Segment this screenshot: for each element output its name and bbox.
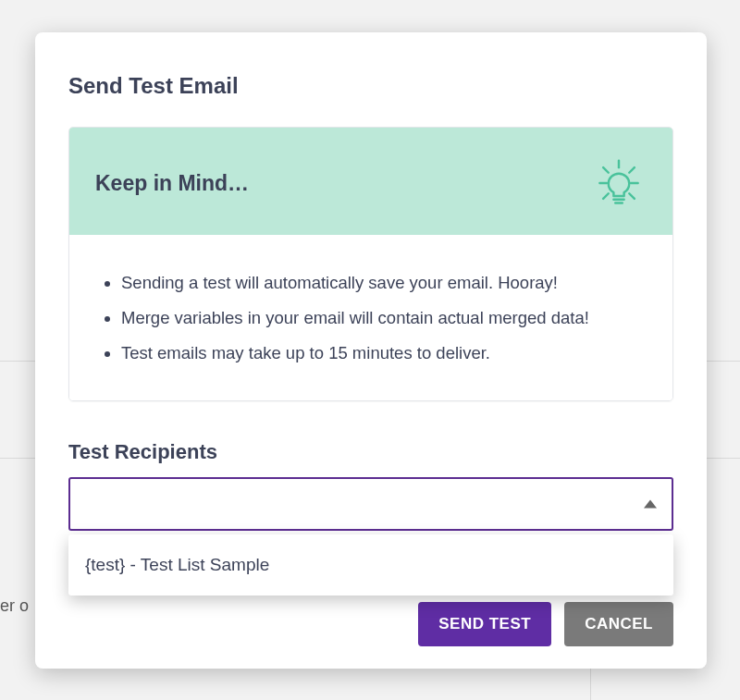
modal-title: Send Test Email: [68, 73, 673, 99]
send-test-button[interactable]: SEND TEST: [418, 602, 551, 646]
send-test-email-modal: Send Test Email Keep in Mind…: [35, 32, 707, 669]
svg-line-5: [603, 167, 609, 173]
lightbulb-icon: [591, 155, 647, 211]
decorative-divider: [590, 663, 591, 700]
svg-line-7: [603, 193, 609, 199]
tip-header: Keep in Mind…: [69, 128, 672, 235]
recipients-select[interactable]: [68, 477, 673, 531]
modal-actions: SEND TEST CANCEL: [418, 602, 673, 646]
recipients-option[interactable]: {test} - Test List Sample: [68, 534, 673, 596]
tip-body: Sending a test will automatically save y…: [69, 235, 672, 400]
recipients-dropdown: {test} - Test List Sample: [68, 534, 673, 596]
svg-line-8: [629, 193, 635, 199]
recipients-label: Test Recipients: [68, 440, 673, 464]
recipients-select-wrap: {test} - Test List Sample: [68, 477, 673, 531]
tip-title: Keep in Mind…: [95, 171, 249, 196]
background-text-fragment: er o: [0, 596, 29, 616]
tip-list-item: Sending a test will automatically save y…: [121, 270, 654, 296]
svg-line-6: [629, 167, 635, 173]
keep-in-mind-card: Keep in Mind… Sending a test will: [68, 127, 673, 401]
tip-list-item: Merge variables in your email will conta…: [121, 305, 654, 331]
caret-up-icon: [644, 500, 657, 509]
tip-list: Sending a test will automatically save y…: [97, 270, 654, 365]
tip-list-item: Test emails may take up to 15 minutes to…: [121, 340, 654, 366]
cancel-button[interactable]: CANCEL: [564, 602, 673, 646]
